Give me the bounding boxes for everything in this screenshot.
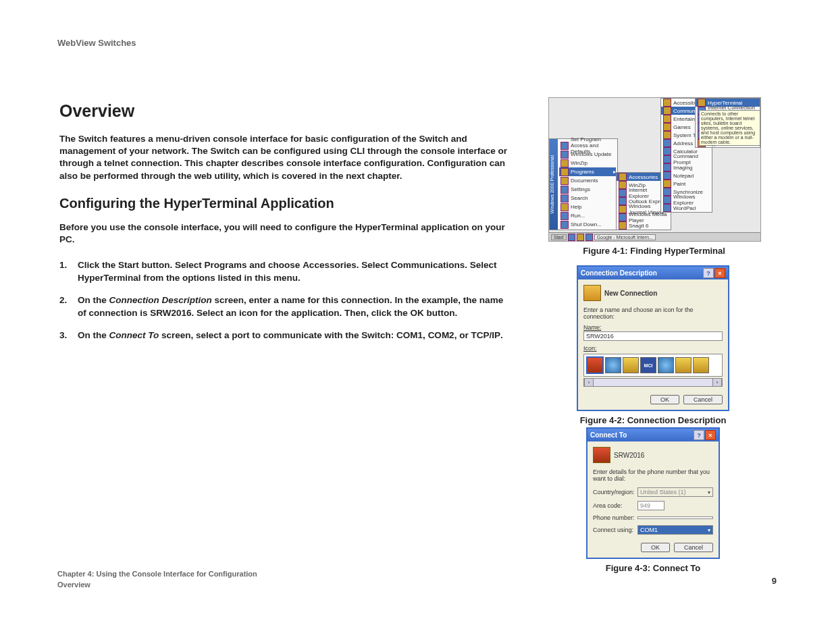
figure-1-caption: Figure 4-1: Finding HyperTerminal <box>548 246 760 256</box>
settings-icon <box>561 186 569 194</box>
hyperterminal-icon <box>698 99 706 107</box>
folder-icon <box>663 115 671 123</box>
close-icon: × <box>705 430 716 440</box>
connect-using-label: Connect using: <box>593 527 635 533</box>
paint-icon <box>663 180 671 188</box>
folder-icon <box>663 99 671 107</box>
outlook-icon <box>619 197 627 205</box>
icon-picker: MCI <box>583 354 723 377</box>
journal-icon <box>619 205 627 213</box>
heading-overview: Overview <box>59 101 512 121</box>
area-code-input: 949 <box>637 501 664 510</box>
folder-icon <box>663 107 671 115</box>
tooltip: Connects to other computers, Internet te… <box>699 110 760 146</box>
addressbook-icon <box>663 139 671 147</box>
running-header: WebView Switches <box>57 38 136 48</box>
figure-2: Connection Description ? × New Connectio… <box>577 265 729 425</box>
icon-option-selected <box>586 356 604 374</box>
cancel-button: Cancel <box>683 395 723 404</box>
documents-icon <box>561 177 569 185</box>
area-code-label: Area code: <box>593 502 635 509</box>
tray-icon <box>568 234 575 241</box>
prompt-text: Enter a name and choose an icon for the … <box>583 306 723 320</box>
figure-1-image: Windows 2000 Professional Set Program Ac… <box>548 97 761 242</box>
programs-icon <box>561 168 569 176</box>
ie-icon <box>619 189 627 197</box>
connection-icon <box>583 285 601 301</box>
connection-name: SRW2016 <box>614 452 644 459</box>
figure-1: Windows 2000 Professional Set Program Ac… <box>548 97 760 256</box>
help-icon: ? <box>694 430 704 440</box>
ok-button: OK <box>650 395 679 404</box>
search-icon <box>561 194 569 203</box>
country-select: United States (1)▾ <box>637 487 713 497</box>
icon-option <box>623 357 639 373</box>
notepad-icon <box>663 171 671 180</box>
folder-icon <box>663 131 671 139</box>
footer-chapter: Chapter 4: Using the Console Interface f… <box>57 569 257 579</box>
connect-to-dialog: Connect To ? × SRW2016 Enter details for… <box>586 427 720 559</box>
intro-paragraph: Before you use the console interface, yo… <box>59 221 512 246</box>
step-3: 3. On the Connect To screen, select a po… <box>59 329 512 342</box>
figure-3-caption: Figure 4-3: Connect To <box>586 563 720 573</box>
step-2: 2. On the Connection Description screen,… <box>59 294 512 320</box>
taskbar: Start Google - Microsoft Intern... <box>549 232 760 241</box>
page-number: 9 <box>772 576 777 586</box>
wmp-icon <box>619 213 627 221</box>
shutdown-icon <box>561 221 569 229</box>
scroll-right-icon: › <box>712 379 722 386</box>
heading-configuring: Configuring the HyperTerminal Applicatio… <box>59 196 512 211</box>
ok-button: OK <box>641 543 670 552</box>
prompt-text: Enter details for the phone number that … <box>593 468 713 482</box>
chevron-down-icon: ▾ <box>708 527 710 533</box>
folder-icon <box>619 181 627 189</box>
help-icon: ? <box>703 268 714 278</box>
name-input: SRW2016 <box>583 331 723 341</box>
connection-icon <box>593 447 610 463</box>
icon-option <box>658 357 674 373</box>
explorer-icon <box>663 196 671 204</box>
name-label: Name: <box>583 324 723 331</box>
shield-icon <box>561 142 569 150</box>
imaging-icon <box>663 163 671 171</box>
taskbar-task: Google - Microsoft Intern... <box>594 234 656 240</box>
figure-3: Connect To ? × SRW2016 Enter details for… <box>586 427 720 573</box>
winzip-icon <box>561 159 569 167</box>
footer-section: Overview <box>57 580 257 590</box>
new-connection-label: New Connection <box>604 290 657 297</box>
calculator-icon <box>663 147 671 155</box>
phone-label: Phone number: <box>593 514 635 521</box>
icon-option <box>675 357 692 373</box>
chevron-down-icon: ▾ <box>708 489 710 495</box>
connection-description-dialog: Connection Description ? × New Connectio… <box>577 265 729 411</box>
close-icon: × <box>714 268 725 278</box>
icon-option: MCI <box>640 357 656 373</box>
cmd-icon <box>663 155 671 163</box>
icon-label: Icon: <box>583 345 723 352</box>
country-label: Country/region: <box>593 489 635 495</box>
footer: Chapter 4: Using the Console Interface f… <box>57 569 257 590</box>
start-button: Start <box>551 234 567 240</box>
snagit-icon <box>619 221 627 230</box>
cancel-button: Cancel <box>674 543 713 552</box>
dialog-titlebar: Connect To ? × <box>588 429 719 441</box>
tray-icon <box>577 234 584 241</box>
step-number: 3. <box>59 329 78 342</box>
icon-option <box>693 357 709 373</box>
windows-banner: Windows 2000 Professional <box>550 139 558 230</box>
icon-scrollbar: ‹ › <box>583 378 723 387</box>
dialog-titlebar: Connection Description ? × <box>578 267 728 279</box>
scroll-left-icon: ‹ <box>584 379 594 386</box>
overview-paragraph: The Switch features a menu-driven consol… <box>59 133 512 182</box>
phone-input <box>637 516 713 519</box>
sync-icon <box>663 188 671 196</box>
connect-using-select: COM1▾ <box>637 525 713 535</box>
folder-icon <box>663 123 671 131</box>
start-menu: Windows 2000 Professional Set Program Ac… <box>549 138 618 230</box>
help-icon <box>561 203 569 211</box>
figure-2-caption: Figure 4-2: Connection Description <box>577 415 729 425</box>
main-content: Overview The Switch features a menu-driv… <box>59 101 512 352</box>
update-icon <box>561 151 569 159</box>
step-number: 1. <box>59 259 78 285</box>
tray-icon <box>585 234 593 241</box>
